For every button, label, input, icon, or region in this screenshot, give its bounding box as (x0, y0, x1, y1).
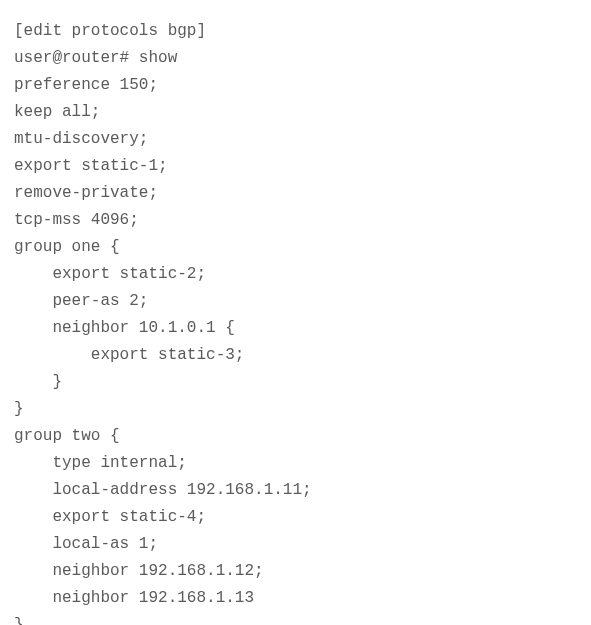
cli-line: type internal; (14, 454, 187, 472)
cli-line: export static-1; (14, 157, 168, 175)
cli-line: peer-as 2; (14, 292, 148, 310)
cli-line: keep all; (14, 103, 100, 121)
cli-line: export static-4; (14, 508, 206, 526)
cli-line: local-address 192.168.1.11; (14, 481, 312, 499)
cli-output: [edit protocols bgp] user@router# show p… (0, 0, 591, 625)
cli-line: group two { (14, 427, 120, 445)
cli-line: neighbor 10.1.0.1 { (14, 319, 235, 337)
cli-line: tcp-mss 4096; (14, 211, 139, 229)
cli-line: export static-2; (14, 265, 206, 283)
cli-context: [edit protocols bgp] (14, 22, 206, 40)
cli-line: preference 150; (14, 76, 158, 94)
cli-prompt: user@router# show (14, 49, 177, 67)
cli-line: local-as 1; (14, 535, 158, 553)
cli-line: neighbor 192.168.1.12; (14, 562, 264, 580)
cli-line: remove-private; (14, 184, 158, 202)
cli-line: neighbor 192.168.1.13 (14, 589, 254, 607)
cli-line: } (14, 616, 24, 625)
cli-line: } (14, 373, 62, 391)
cli-line: group one { (14, 238, 120, 256)
cli-line: } (14, 400, 24, 418)
cli-line: mtu-discovery; (14, 130, 148, 148)
cli-line: export static-3; (14, 346, 244, 364)
